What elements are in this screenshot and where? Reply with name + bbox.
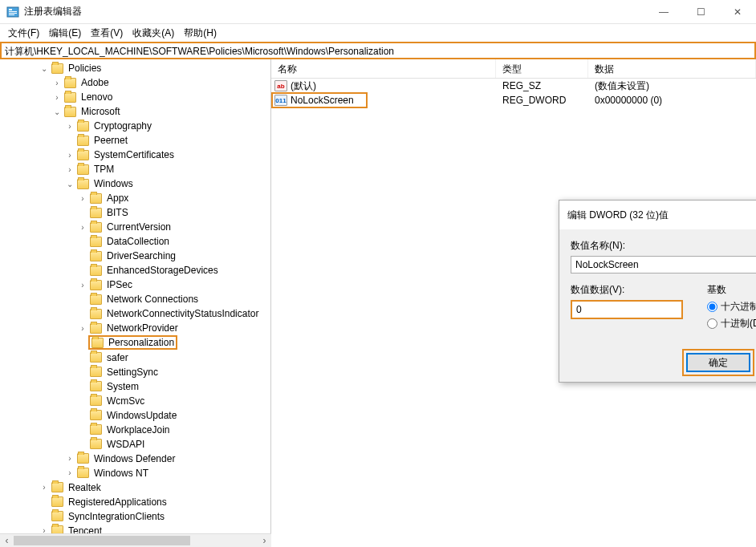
radix-dec-radio[interactable] [707, 318, 717, 329]
expander-icon[interactable] [64, 453, 75, 464]
dialog-titlebar[interactable]: 编辑 DWORD (32 位)值 ✕ [559, 201, 756, 229]
tree-item[interactable]: WcmSvc [0, 394, 270, 408]
tree-item[interactable]: SystemCertificates [0, 148, 270, 162]
menu-edit[interactable]: 编辑(E) [44, 25, 86, 42]
dword-value-icon: 011 [274, 95, 287, 106]
tree-item[interactable]: CurrentVersion [0, 220, 270, 234]
value-name: NoLockScreen [291, 95, 354, 106]
expander-icon[interactable] [77, 279, 88, 290]
folder-icon [77, 136, 89, 146]
value-data-input[interactable] [571, 300, 683, 319]
folder-icon [77, 164, 89, 175]
col-type-header[interactable]: 类型 [496, 59, 588, 78]
col-name-header[interactable]: 名称 [271, 59, 496, 78]
tree-item[interactable]: Policies [0, 61, 270, 75]
scroll-thumb[interactable] [14, 536, 190, 545]
menu-help[interactable]: 帮助(H) [179, 25, 222, 42]
folder-icon [77, 468, 89, 478]
expander-icon[interactable] [64, 120, 75, 132]
dialog-title-text: 编辑 DWORD (32 位)值 [567, 209, 669, 222]
folder-icon [90, 222, 102, 233]
list-row[interactable]: 011NoLockScreenREG_DWORD0x00000000 (0) [271, 93, 756, 107]
tree-item[interactable]: NetworkProvider [0, 321, 270, 335]
expander-icon[interactable] [77, 322, 88, 334]
tree-item[interactable]: BITS [0, 205, 270, 220]
tree-item-label: Adobe [79, 77, 111, 88]
tree-item[interactable]: safer [0, 350, 270, 365]
expander-icon[interactable] [77, 192, 88, 204]
tree-item[interactable]: NetworkConnectivityStatusIndicator [0, 306, 270, 321]
tree-item[interactable]: WSDAPI [0, 437, 270, 452]
tree-item[interactable]: DataCollection [0, 234, 270, 249]
tree-item-label: Microsoft [79, 106, 122, 117]
tree-pane[interactable]: PoliciesAdobeLenovoMicrosoftCryptography… [0, 59, 271, 547]
folder-icon [51, 63, 63, 74]
folder-icon [90, 410, 102, 420]
expander-icon[interactable] [51, 106, 63, 117]
folder-icon [90, 237, 102, 247]
tree-item-label: NetworkConnectivityStatusIndicator [105, 308, 260, 319]
menu-favorites[interactable]: 收藏夹(A) [128, 25, 179, 42]
menu-view[interactable]: 查看(V) [86, 25, 128, 42]
col-data-header[interactable]: 数据 [588, 59, 756, 78]
svg-rect-1 [9, 9, 12, 10]
tree-item[interactable]: RegisteredApplications [0, 495, 270, 509]
tree-item-label: Windows Defender [92, 453, 177, 464]
tree-item[interactable]: EnhancedStorageDevices [0, 263, 270, 278]
tree-item[interactable]: Realtek [0, 480, 270, 495]
expander-icon[interactable] [39, 482, 50, 493]
tree-item-label: DataCollection [105, 236, 171, 247]
tree-hscrollbar[interactable]: ‹ › [0, 533, 271, 547]
svg-rect-4 [9, 14, 14, 15]
tree-item-label: CurrentVersion [105, 221, 173, 233]
scroll-left-icon[interactable]: ‹ [0, 534, 14, 547]
folder-icon [77, 150, 89, 160]
tree-item[interactable]: DriverSearching [0, 249, 270, 263]
expander-icon[interactable] [77, 221, 88, 233]
list-row[interactable]: ab(默认)REG_SZ(数值未设置) [271, 79, 756, 93]
tree-item[interactable]: WorkplaceJoin [0, 423, 270, 437]
tree-item[interactable]: Appx [0, 191, 270, 205]
expander-icon[interactable] [64, 468, 75, 479]
radix-dec-option[interactable]: 十进制(D) [707, 317, 756, 330]
tree-item-label: WSDAPI [105, 439, 146, 450]
tree-item[interactable]: IPSec [0, 278, 270, 292]
radix-hex-radio[interactable] [707, 302, 717, 312]
close-button[interactable]: ✕ [719, 0, 756, 24]
expander-icon[interactable] [51, 91, 63, 103]
address-bar[interactable]: 计算机\HKEY_LOCAL_MACHINE\SOFTWARE\Policies… [0, 42, 756, 59]
scroll-track[interactable] [190, 534, 258, 547]
tree-item[interactable]: Network Connections [0, 292, 270, 306]
tree-item-label: safer [105, 352, 130, 363]
expander-icon[interactable] [51, 77, 63, 88]
string-value-icon: ab [274, 80, 287, 91]
tree-item[interactable]: Adobe [0, 75, 270, 90]
radix-hex-option[interactable]: 十六进制(H) [707, 300, 756, 314]
ok-button[interactable]: 确定 [686, 353, 750, 372]
tree-item[interactable]: WindowsUpdate [0, 408, 270, 423]
expander-icon[interactable] [64, 164, 75, 175]
tree-item[interactable]: Cryptography [0, 119, 270, 133]
tree-item[interactable]: SyncIntegrationClients [0, 509, 270, 524]
expander-icon[interactable] [64, 178, 75, 189]
tree-item[interactable]: Peernet [0, 133, 270, 148]
expander-icon[interactable] [64, 149, 75, 160]
folder-icon [77, 453, 89, 464]
scroll-right-icon[interactable]: › [258, 534, 271, 547]
menu-file[interactable]: 文件(F) [3, 25, 44, 42]
tree-item[interactable]: Personalization [88, 335, 177, 350]
value-name-input[interactable] [571, 256, 756, 274]
folder-icon [51, 496, 63, 507]
tree-item[interactable]: Lenovo [0, 90, 270, 104]
tree-item[interactable]: SettingSync [0, 365, 270, 379]
tree-item[interactable]: Windows [0, 176, 270, 191]
maximize-button[interactable]: ☐ [682, 0, 719, 24]
tree-item[interactable]: Microsoft [0, 104, 270, 119]
expander-icon[interactable] [39, 63, 50, 74]
tree-item[interactable]: TPM [0, 162, 270, 176]
minimize-button[interactable]: — [645, 0, 682, 24]
tree-item[interactable]: System [0, 379, 270, 394]
tree-item[interactable]: Windows Defender [0, 452, 270, 466]
tree-item-label: IPSec [105, 279, 134, 290]
tree-item[interactable]: Windows NT [0, 466, 270, 480]
